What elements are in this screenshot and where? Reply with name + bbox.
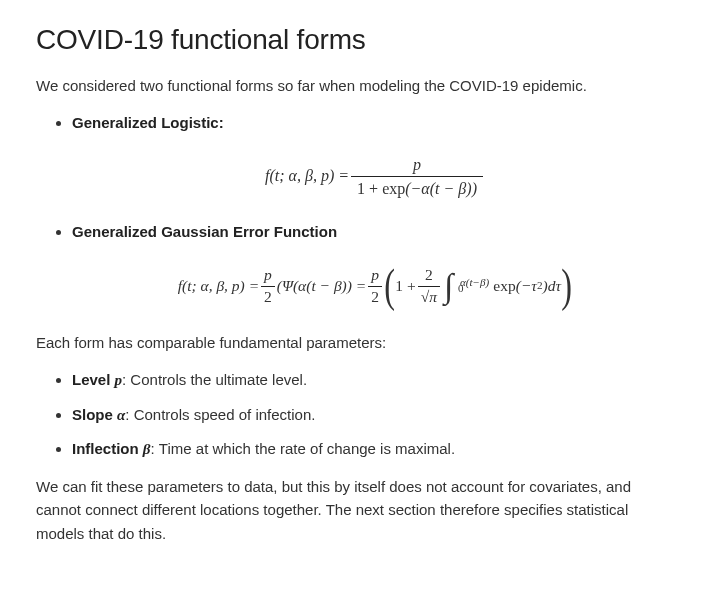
form-name-logistic: Generalized Logistic:: [72, 114, 224, 131]
eq1-fraction: p 1 + exp(−α(t − β)): [351, 155, 483, 198]
form-name-erf: Generalized Gaussian Error Function: [72, 223, 337, 240]
param-inflection: Inflection β: [72, 440, 151, 457]
eq2-one-plus: 1 +: [395, 274, 415, 298]
left-paren-big-icon: (: [384, 263, 395, 309]
eq2-exp: exp: [493, 274, 515, 298]
params-list: Level p: Controls the ultimate level. Sl…: [36, 368, 678, 461]
list-item: Inflection β: Time at which the rate of …: [72, 437, 678, 461]
eq2-psi: (Ψ(α(t − β)) =: [277, 274, 366, 298]
list-item: Level p: Controls the ultimate level.: [72, 368, 678, 392]
eq2-half-2: p 2: [368, 266, 382, 306]
right-paren-big-icon: ): [561, 263, 572, 309]
list-item: Slope α: Controls speed of infection.: [72, 403, 678, 427]
params-intro: Each form has comparable fundamental par…: [36, 331, 678, 354]
intro-paragraph: We considered two functional forms so fa…: [36, 74, 678, 97]
integral-icon: ∫0α(t−β): [444, 269, 453, 303]
param-slope: Slope α: [72, 406, 125, 423]
closing-paragraph: We can fit these parameters to data, but…: [36, 475, 678, 545]
document-page: COVID-19 functional forms We considered …: [0, 0, 714, 587]
equation-erf: f(t; α, β, p) = p 2 (Ψ(α(t − β)) = p 2 (…: [72, 263, 678, 309]
page-title: COVID-19 functional forms: [36, 24, 678, 56]
eq1-lhs: f(t; α, β, p) =: [265, 164, 349, 189]
list-item: Generalized Logistic: f(t; α, β, p) = p …: [72, 111, 678, 198]
list-item: Generalized Gaussian Error Function f(t;…: [72, 220, 678, 309]
param-level: Level p: [72, 371, 122, 388]
eq2-half-1: p 2: [261, 266, 275, 306]
eq1-denominator: 1 + exp(−α(t − β)): [351, 177, 483, 198]
equation-logistic: f(t; α, β, p) = p 1 + exp(−α(t − β)): [72, 155, 678, 198]
eq1-numerator: p: [351, 155, 483, 177]
forms-list: Generalized Logistic: f(t; α, β, p) = p …: [36, 111, 678, 309]
eq2-lhs: f(t; α, β, p) =: [178, 274, 259, 298]
eq2-two-over-sqrtpi: 2 √π: [418, 266, 440, 306]
